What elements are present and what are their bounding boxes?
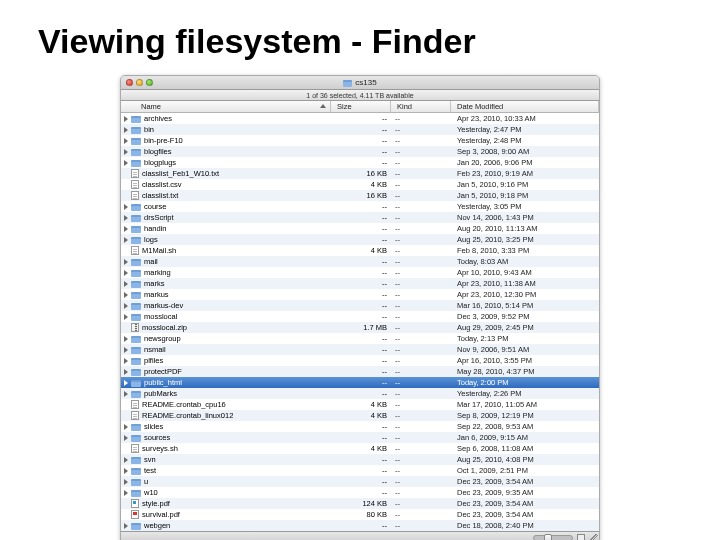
disclosure-triangle-icon[interactable] xyxy=(124,149,128,155)
table-row[interactable]: course----Yesterday, 3:05 PM xyxy=(121,201,599,212)
zoom-icon[interactable] xyxy=(146,79,153,86)
icon-size-slider[interactable] xyxy=(533,535,573,540)
disclosure-triangle-icon[interactable] xyxy=(124,204,128,210)
cell-size: -- xyxy=(331,114,391,123)
disclosure-triangle-icon[interactable] xyxy=(124,435,128,441)
disclosure-triangle-icon[interactable] xyxy=(124,490,128,496)
cell-date: Feb 8, 2010, 3:33 PM xyxy=(451,246,599,255)
cell-kind: -- xyxy=(391,279,451,288)
disclosure-triangle-icon xyxy=(124,171,128,177)
table-row[interactable]: slides----Sep 22, 2008, 9:53 AM xyxy=(121,421,599,432)
table-row[interactable]: survival.pdf80 KB--Dec 23, 2009, 3:54 AM xyxy=(121,509,599,520)
view-options-icon[interactable] xyxy=(577,534,585,540)
cell-name: course xyxy=(121,202,331,211)
table-row[interactable]: newsgroup----Today, 2:13 PM xyxy=(121,333,599,344)
table-row[interactable]: public_html----Today, 2:00 PM xyxy=(121,377,599,388)
disclosure-triangle-icon[interactable] xyxy=(124,226,128,232)
disclosure-triangle-icon[interactable] xyxy=(124,127,128,133)
close-icon[interactable] xyxy=(126,79,133,86)
table-row[interactable]: logs----Aug 25, 2010, 3:25 PM xyxy=(121,234,599,245)
table-row[interactable]: classlist_Feb1_W10.txt16 KB--Feb 23, 201… xyxy=(121,168,599,179)
cell-name: public_html xyxy=(121,378,331,387)
disclosure-triangle-icon[interactable] xyxy=(124,138,128,144)
cell-kind: -- xyxy=(391,444,451,453)
disclosure-triangle-icon[interactable] xyxy=(124,523,128,529)
table-row[interactable]: classlist.csv4 KB--Jan 5, 2010, 9:16 PM xyxy=(121,179,599,190)
table-row[interactable]: M1Mail.sh4 KB--Feb 8, 2010, 3:33 PM xyxy=(121,245,599,256)
table-row[interactable]: nsmail----Nov 9, 2006, 9:51 AM xyxy=(121,344,599,355)
disclosure-triangle-icon[interactable] xyxy=(124,215,128,221)
disclosure-triangle-icon[interactable] xyxy=(124,303,128,309)
file-name: README.crontab_cpu16 xyxy=(142,400,226,409)
table-row[interactable]: markus-dev----Mar 16, 2010, 5:14 PM xyxy=(121,300,599,311)
disclosure-triangle-icon xyxy=(124,402,128,408)
table-row[interactable]: handin----Aug 20, 2010, 11:13 AM xyxy=(121,223,599,234)
cell-kind: -- xyxy=(391,213,451,222)
disclosure-triangle-icon[interactable] xyxy=(124,358,128,364)
slide-title: Viewing filesystem - Finder xyxy=(0,0,720,75)
col-date[interactable]: Date Modified xyxy=(451,101,599,112)
zip-icon xyxy=(131,323,139,332)
table-row[interactable]: markus----Apr 23, 2010, 12:30 PM xyxy=(121,289,599,300)
disclosure-triangle-icon[interactable] xyxy=(124,424,128,430)
table-row[interactable]: marking----Apr 10, 2010, 9:43 AM xyxy=(121,267,599,278)
folder-icon xyxy=(131,215,141,222)
col-size[interactable]: Size xyxy=(331,101,391,112)
table-row[interactable]: README.crontab_cpu164 KB--Mar 17, 2010, … xyxy=(121,399,599,410)
cell-size: -- xyxy=(331,125,391,134)
table-row[interactable]: plfiles----Apr 16, 2010, 3:55 PM xyxy=(121,355,599,366)
minimize-icon[interactable] xyxy=(136,79,143,86)
disclosure-triangle-icon[interactable] xyxy=(124,468,128,474)
col-name[interactable]: Name xyxy=(121,101,331,112)
folder-icon xyxy=(343,80,352,87)
table-row[interactable]: test----Oct 1, 2009, 2:51 PM xyxy=(121,465,599,476)
disclosure-triangle-icon xyxy=(124,413,128,419)
table-row[interactable]: style.pdf124 KB--Dec 23, 2009, 3:54 AM xyxy=(121,498,599,509)
disclosure-triangle-icon[interactable] xyxy=(124,380,128,386)
table-row[interactable]: svn----Aug 25, 2010, 4:08 PM xyxy=(121,454,599,465)
table-row[interactable]: README.crontab_linux0124 KB--Sep 8, 2009… xyxy=(121,410,599,421)
disclosure-triangle-icon[interactable] xyxy=(124,237,128,243)
table-row[interactable]: blogplugs----Jan 20, 2006, 9:06 PM xyxy=(121,157,599,168)
table-row[interactable]: protectPDF----May 28, 2010, 4:37 PM xyxy=(121,366,599,377)
cell-kind: -- xyxy=(391,488,451,497)
table-row[interactable]: classlist.txt16 KB--Jan 5, 2010, 9:18 PM xyxy=(121,190,599,201)
table-row[interactable]: mosslocal.zip1.7 MB--Aug 29, 2009, 2:45 … xyxy=(121,322,599,333)
table-row[interactable]: webgen----Dec 18, 2008, 2:40 PM xyxy=(121,520,599,531)
file-list[interactable]: archives----Apr 23, 2010, 10:33 AMbin---… xyxy=(121,113,599,531)
folder-icon xyxy=(131,259,141,266)
table-row[interactable]: w10----Dec 23, 2009, 9:35 AM xyxy=(121,487,599,498)
disclosure-triangle-icon[interactable] xyxy=(124,281,128,287)
disclosure-triangle-icon[interactable] xyxy=(124,314,128,320)
disclosure-triangle-icon[interactable] xyxy=(124,259,128,265)
table-row[interactable]: mail----Today, 8:03 AM xyxy=(121,256,599,267)
table-row[interactable]: drsScript----Nov 14, 2006, 1:43 PM xyxy=(121,212,599,223)
cell-name: README.crontab_linux012 xyxy=(121,411,331,420)
disclosure-triangle-icon[interactable] xyxy=(124,270,128,276)
table-row[interactable]: archives----Apr 23, 2010, 10:33 AM xyxy=(121,113,599,124)
table-row[interactable]: u----Dec 23, 2009, 3:54 AM xyxy=(121,476,599,487)
disclosure-triangle-icon[interactable] xyxy=(124,391,128,397)
disclosure-triangle-icon[interactable] xyxy=(124,369,128,375)
table-row[interactable]: mosslocal----Dec 3, 2009, 9:52 PM xyxy=(121,311,599,322)
disclosure-triangle-icon[interactable] xyxy=(124,347,128,353)
disclosure-triangle-icon[interactable] xyxy=(124,160,128,166)
disclosure-triangle-icon[interactable] xyxy=(124,336,128,342)
disclosure-triangle-icon[interactable] xyxy=(124,116,128,122)
titlebar[interactable]: cs135 xyxy=(121,76,599,90)
cell-size: -- xyxy=(331,202,391,211)
table-row[interactable]: surveys.sh4 KB--Sep 6, 2008, 11:08 AM xyxy=(121,443,599,454)
table-row[interactable]: bin-pre-F10----Yesterday, 2:48 PM xyxy=(121,135,599,146)
table-row[interactable]: marks----Apr 23, 2010, 11:38 AM xyxy=(121,278,599,289)
disclosure-triangle-icon[interactable] xyxy=(124,479,128,485)
cell-name: logs xyxy=(121,235,331,244)
disclosure-triangle-icon[interactable] xyxy=(124,292,128,298)
table-row[interactable]: bin----Yesterday, 2:47 PM xyxy=(121,124,599,135)
table-row[interactable]: pubMarks----Yesterday, 2:26 PM xyxy=(121,388,599,399)
cell-name: w10 xyxy=(121,488,331,497)
table-row[interactable]: sources----Jan 6, 2009, 9:15 AM xyxy=(121,432,599,443)
resize-handle-icon[interactable] xyxy=(590,534,598,540)
col-kind[interactable]: Kind xyxy=(391,101,451,112)
disclosure-triangle-icon[interactable] xyxy=(124,457,128,463)
table-row[interactable]: blogfiles----Sep 3, 2008, 9:00 AM xyxy=(121,146,599,157)
